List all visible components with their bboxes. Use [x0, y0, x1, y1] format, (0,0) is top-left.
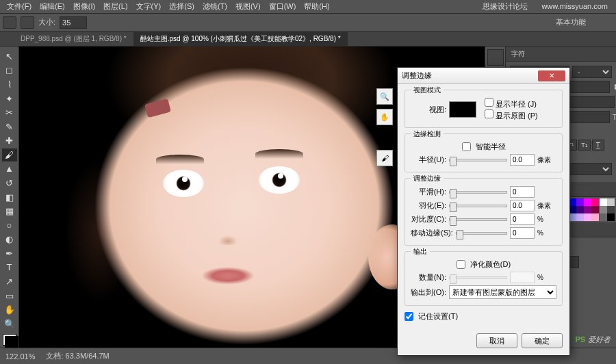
output-to-select[interactable]: 新建带有图层蒙版的图层	[449, 285, 556, 299]
brush-size-input[interactable]	[60, 16, 87, 29]
view-label: 视图:	[411, 105, 446, 115]
dialog-close-button[interactable]: ✕	[538, 70, 565, 81]
smooth-label: 平滑(H):	[411, 187, 446, 197]
doc-size: 文档: 63.3M/64.7M	[46, 351, 109, 361]
dialog-zoom-icon[interactable]: 🔍	[376, 88, 393, 105]
shift-input[interactable]	[510, 227, 535, 239]
show-original-checkbox[interactable]	[485, 109, 493, 118]
menu-file[interactable]: 文件(F)	[3, 1, 36, 12]
contrast-unit: %	[537, 216, 556, 223]
hand-tool-icon[interactable]: ✋	[2, 303, 17, 316]
sub-icon[interactable]: T₁	[578, 140, 591, 151]
amount-unit: %	[537, 274, 556, 281]
path-tool-icon[interactable]: ↗	[2, 275, 17, 288]
view-mode-legend: 视图模式	[411, 86, 444, 95]
zoom-tool-icon[interactable]: 🔍	[2, 317, 17, 330]
dialog-brush-icon[interactable]: 🖌	[376, 150, 393, 166]
brush-preset-icon[interactable]	[21, 16, 34, 29]
output-to-label: 输出到(O):	[411, 287, 446, 298]
remember-checkbox[interactable]	[405, 312, 413, 321]
amount-label: 数量(N):	[411, 272, 446, 283]
move-tool-icon[interactable]: ↖	[2, 50, 17, 63]
smart-radius-label: 智能半径	[476, 142, 506, 152]
stamp-tool-icon[interactable]: ▲	[2, 163, 17, 176]
radius-input[interactable]	[510, 154, 535, 166]
radius-unit: 像素	[537, 155, 556, 165]
wand-tool-icon[interactable]: ✦	[2, 92, 17, 105]
eraser-tool-icon[interactable]: ◧	[2, 191, 17, 204]
underline-icon[interactable]: T̲	[592, 140, 604, 151]
lasso-tool-icon[interactable]: ⌇	[2, 78, 17, 91]
workspace-label[interactable]: 基本功能	[556, 17, 586, 27]
menu-help[interactable]: 帮助(H)	[300, 1, 333, 12]
watermark: PS 爱好者	[575, 333, 611, 345]
menu-edit[interactable]: 编辑(E)	[36, 1, 69, 12]
hscale-icon: T	[613, 113, 616, 121]
history-brush-icon[interactable]: ↺	[2, 177, 17, 190]
menu-layer[interactable]: 图层(L)	[99, 1, 131, 12]
contrast-slider[interactable]	[449, 218, 507, 221]
eyedropper-tool-icon[interactable]: ✎	[2, 120, 17, 133]
ok-button[interactable]: 确定	[522, 333, 563, 348]
character-panel-tab[interactable]: 字符	[506, 47, 616, 62]
size-label: 大小:	[38, 17, 55, 27]
marquee-tool-icon[interactable]: ◻	[2, 64, 17, 77]
decon-label: 净化颜色(D)	[470, 259, 511, 270]
radius-label: 半径(U):	[411, 155, 446, 165]
smooth-slider[interactable]	[449, 191, 507, 194]
dodge-tool-icon[interactable]: ◐	[2, 233, 17, 246]
shape-tool-icon[interactable]: ▭	[2, 289, 17, 302]
zoom-level[interactable]: 122.01%	[5, 352, 35, 361]
show-radius-checkbox[interactable]	[485, 98, 493, 107]
view-thumb[interactable]	[449, 101, 476, 118]
watermark-top: 思缘设计论坛 www.missyuan.com	[478, 1, 612, 12]
contrast-input[interactable]	[510, 213, 535, 225]
heal-tool-icon[interactable]: ✚	[2, 134, 17, 147]
show-original-label: 显示原图 (P)	[496, 112, 538, 120]
tool-preset-icon[interactable]	[3, 16, 16, 29]
amount-slider[interactable]	[449, 276, 507, 279]
menu-filter[interactable]: 滤镜(T)	[198, 1, 231, 12]
blur-tool-icon[interactable]: ○	[2, 219, 17, 232]
refine-edge-dialog: 🔍 ✋ 🖌 调整边缘 ✕ 视图模式 视图: 显示半径 (J) 显示原图 (P) …	[397, 67, 570, 356]
leading-icon: ⬍	[613, 83, 616, 92]
options-bar: 大小: 基本功能	[0, 14, 616, 31]
adjust-edge-legend: 调整边缘	[411, 174, 444, 183]
decon-checkbox[interactable]	[457, 260, 465, 269]
crop-tool-icon[interactable]: ✂	[2, 106, 17, 119]
menu-image[interactable]: 图像(I)	[69, 1, 99, 12]
shift-unit: %	[537, 229, 556, 237]
feather-slider[interactable]	[449, 205, 507, 207]
menu-window[interactable]: 窗口(W)	[265, 1, 300, 12]
feather-input[interactable]	[510, 200, 535, 211]
feather-unit: 像素	[537, 201, 556, 211]
doc-tab-2[interactable]: 酷站主图.psd @ 100% (小刺猬瓜过《美工技能教学02》, RGB/8)…	[133, 32, 348, 46]
shift-label: 移动边缘(S):	[411, 228, 453, 238]
cancel-button[interactable]: 取消	[476, 333, 517, 348]
output-legend: 输出	[411, 247, 430, 257]
show-radius-label: 显示半径 (J)	[496, 100, 537, 108]
toolbox: ↖ ◻ ⌇ ✦ ✂ ✎ ✚ 🖌 ▲ ↺ ◧ ▦ ○ ◐ ✒ T ↗ ▭ ✋ 🔍	[0, 47, 19, 348]
contrast-label: 对比度(C):	[411, 214, 446, 224]
smart-radius-checkbox[interactable]	[462, 142, 471, 151]
shift-slider[interactable]	[456, 232, 507, 235]
document-tabs: DPP_988.psd @ (图层 1, RGB/8) * 酷站主图.psd @…	[0, 31, 616, 47]
doc-tab-1[interactable]: DPP_988.psd @ (图层 1, RGB/8) *	[14, 32, 133, 46]
dialog-title: 调整边缘	[402, 70, 432, 81]
dialog-hand-icon[interactable]: ✋	[376, 109, 393, 125]
remember-label: 记住设置(T)	[418, 311, 458, 322]
bg-color-swatch[interactable]	[5, 336, 18, 348]
menu-type[interactable]: 文字(Y)	[132, 1, 166, 12]
radius-slider[interactable]	[449, 159, 507, 161]
gradient-tool-icon[interactable]: ▦	[2, 205, 17, 218]
font-style-select[interactable]: -	[572, 66, 612, 78]
menu-bar: 文件(F) 编辑(E) 图像(I) 图层(L) 文字(Y) 选择(S) 滤镜(T…	[0, 0, 616, 14]
menu-view[interactable]: 视图(V)	[231, 1, 265, 12]
pen-tool-icon[interactable]: ✒	[2, 247, 17, 260]
history-panel-icon[interactable]	[487, 49, 504, 66]
smooth-input[interactable]	[510, 186, 535, 198]
type-tool-icon[interactable]: T	[2, 261, 17, 274]
brush-tool-icon[interactable]: 🖌	[2, 148, 17, 161]
menu-select[interactable]: 选择(S)	[165, 1, 198, 12]
amount-input[interactable]	[510, 272, 535, 283]
